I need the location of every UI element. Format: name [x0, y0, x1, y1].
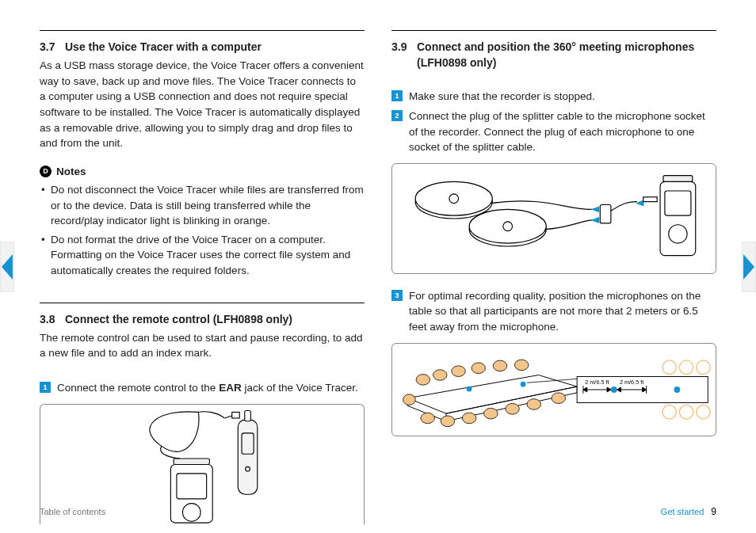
step-text: For optimal recording quality, position … [409, 288, 716, 335]
svg-point-41 [679, 405, 693, 418]
section-number: 3.7 [40, 39, 65, 55]
step-text-part: Connect the remote control to the [57, 382, 219, 394]
notes-label: Notes [56, 164, 86, 180]
section-number: 3.8 [40, 311, 65, 327]
svg-point-27 [421, 413, 434, 424]
svg-point-38 [679, 360, 693, 374]
step-text-part: jack of the Voice Tracer. [242, 382, 358, 394]
divider [40, 303, 365, 303]
section-title-line1: Connect and position the 360° meeting mi… [417, 40, 694, 53]
chevron-left-icon [2, 254, 13, 280]
svg-point-44 [611, 386, 617, 393]
svg-rect-20 [643, 197, 657, 202]
svg-point-30 [484, 408, 498, 419]
section-3-7-body: As a USB mass storage device, the Voice … [40, 58, 365, 150]
svg-rect-8 [174, 459, 209, 465]
step-2: 2 Connect the plug of the splitter cable… [391, 109, 716, 155]
svg-rect-3 [245, 410, 251, 421]
meeting-table-illustration: 2 m/6.5 ft 2 m/6.5 ft [392, 344, 716, 436]
svg-rect-0 [238, 419, 258, 493]
divider [40, 30, 365, 31]
svg-point-35 [467, 386, 472, 391]
prev-page-button[interactable] [0, 242, 14, 292]
svg-point-37 [662, 360, 676, 374]
svg-point-36 [521, 381, 526, 386]
step-text: Connect the remote control to the EAR ja… [57, 380, 365, 396]
svg-point-32 [527, 398, 540, 409]
step-number-icon: 1 [391, 90, 403, 101]
svg-point-28 [441, 416, 454, 427]
right-column: 3.9Connect and position the 360° meeting… [391, 30, 716, 533]
svg-point-29 [462, 413, 475, 424]
chevron-right-icon [743, 254, 754, 280]
step-number-icon: 3 [391, 290, 403, 301]
step-text: Make sure that the recorder is stopped. [409, 89, 716, 105]
svg-point-23 [452, 365, 465, 376]
section-title: Connect the remote control (LFH0898 only… [65, 313, 292, 326]
distance-label-1: 2 m/6.5 ft [585, 379, 609, 386]
note-icon: D [40, 166, 52, 177]
splitter-cable-illustration [392, 164, 716, 273]
step-text: Connect the plug of the splitter cable t… [409, 109, 716, 155]
figure-meeting-table: 2 m/6.5 ft 2 m/6.5 ft [391, 343, 716, 436]
svg-rect-16 [660, 181, 696, 255]
svg-point-21 [416, 374, 430, 385]
svg-point-31 [506, 403, 519, 414]
svg-point-26 [514, 360, 528, 371]
section-3-7-heading: 3.7Use the Voice Tracer with a computer [40, 39, 365, 55]
notes-heading: D Notes [40, 164, 365, 180]
svg-point-22 [433, 369, 446, 380]
figure-splitter-cable [391, 163, 716, 274]
notes-list: Do not disconnect the Voice Tracer while… [40, 182, 365, 278]
section-number: 3.9 [391, 39, 417, 55]
svg-point-42 [697, 405, 710, 418]
svg-rect-4 [232, 412, 239, 418]
footer-section-link[interactable]: Get started [661, 507, 704, 516]
step-3: 3 For optimal recording quality, positio… [391, 288, 716, 335]
section-3-8-body: The remote control can be used to start … [40, 330, 365, 361]
svg-point-39 [697, 360, 710, 374]
step-number-icon: 2 [391, 110, 403, 121]
next-page-button[interactable] [742, 242, 756, 292]
svg-point-33 [552, 392, 565, 403]
svg-point-24 [472, 363, 485, 374]
svg-point-13 [469, 209, 546, 243]
svg-point-25 [493, 360, 506, 371]
section-title: Use the Voice Tracer with a computer [65, 40, 262, 53]
step-1: 1 Connect the remote control to the EAR … [40, 380, 365, 396]
distance-label-2: 2 m/6.5 ft [620, 379, 643, 386]
footer-toc-link[interactable]: Table of contents [40, 506, 105, 519]
step-number-icon: 1 [40, 382, 51, 393]
note-item: Do not format the drive of the Voice Tra… [40, 232, 365, 279]
divider [391, 30, 716, 31]
svg-point-45 [674, 386, 681, 393]
page-number: 9 [711, 506, 716, 517]
section-title-line2: (LFH0898 only) [391, 55, 716, 70]
section-3-8-heading: 3.8Connect the remote control (LFH0898 o… [40, 311, 365, 327]
svg-point-34 [403, 394, 416, 405]
step-text-bold: EAR [219, 382, 242, 394]
svg-rect-19 [663, 175, 693, 181]
page-body: 3.7Use the Voice Tracer with a computer … [0, 0, 756, 533]
section-3-9-heading: 3.9Connect and position the 360° meeting… [391, 39, 716, 71]
left-column: 3.7Use the Voice Tracer with a computer … [40, 30, 365, 533]
step-1: 1 Make sure that the recorder is stopped… [391, 89, 716, 105]
svg-point-10 [415, 181, 492, 215]
svg-rect-15 [600, 204, 611, 223]
svg-point-40 [662, 405, 676, 418]
page-footer: Table of contents Get started 9 [40, 505, 716, 519]
note-item: Do not disconnect the Voice Tracer while… [40, 182, 365, 229]
